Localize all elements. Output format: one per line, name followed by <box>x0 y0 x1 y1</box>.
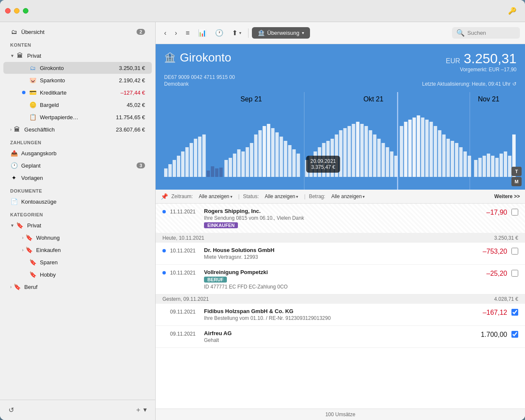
sidebar-item-girokonto[interactable]: 🗂 Girokonto 3.250,31 € <box>3 62 152 74</box>
betrag-select[interactable]: Alle anzeigen ▾ <box>329 192 367 201</box>
svg-rect-19 <box>233 154 236 177</box>
geschaeftlich-chevron: › <box>10 127 11 132</box>
sidebar-item-wertpapiere[interactable]: 📋 Wertpapierde… 11.754,65 € <box>3 111 152 123</box>
sidebar-item-geplant[interactable]: 🕐 Geplant 3 <box>3 160 152 171</box>
weitere-button[interactable]: Weitere >> <box>494 193 520 199</box>
sidebar-item-hobby[interactable]: 🔖 Hobby <box>3 269 152 280</box>
trans-amount: –753,20 <box>483 247 507 255</box>
svg-rect-74 <box>474 160 478 177</box>
table-row[interactable]: 09.11.2021 Fidibus Holzspan GmbH & Co. K… <box>156 304 525 326</box>
svg-rect-52 <box>377 139 381 177</box>
sidebar-item-bargeld[interactable]: 🪙 Bargeld 45,02 € <box>3 99 152 111</box>
toggle-t-button[interactable]: T <box>511 167 522 176</box>
chart-toggle: T M <box>511 167 522 186</box>
refresh-icon[interactable]: ↺ <box>512 81 517 87</box>
account-title: 🏦 Girokonto <box>164 51 231 64</box>
table-row[interactable]: 10.11.2021 Vollreinigung Pompetzki BERUF… <box>156 265 525 294</box>
sidebar-item-privat-kat[interactable]: ▼ 🔖 Privat <box>3 219 152 231</box>
svg-rect-71 <box>459 147 463 177</box>
share-button[interactable]: ⬆ ▾ <box>229 26 245 39</box>
trans-checkbox[interactable] <box>511 248 518 255</box>
trans-name: Rogers Shipping, Inc. <box>204 208 486 214</box>
account-balance: EUR 3.250,31 Vorgemerkt: EUR –17,90 <box>446 51 517 73</box>
svg-rect-18 <box>229 158 232 177</box>
vorlagen-label: Vorlagen <box>21 175 145 181</box>
svg-rect-82 <box>508 156 511 177</box>
sidebar-item-ausgangskorb[interactable]: 📤 Ausgangskorb <box>3 147 152 159</box>
svg-rect-48 <box>360 124 364 177</box>
sidebar-item-wohnung[interactable]: › 🔖 Wohnung <box>3 232 152 244</box>
vorgemerkt-label: Vorgemerkt: <box>460 67 488 73</box>
svg-rect-75 <box>478 158 482 177</box>
back-button[interactable]: ‹ <box>161 27 170 39</box>
trans-sub: Ihre Bestellung vom 01.10. / RE-Nr. 9123… <box>204 315 483 321</box>
vorgemerkt-value: –17,90 <box>501 67 517 73</box>
sidebar-item-beruf[interactable]: › 🔖 Beruf <box>3 281 152 293</box>
zeitraum-label: Zeitraum: <box>171 193 193 199</box>
svg-rect-7 <box>181 151 184 177</box>
zeitraum-select[interactable]: Alle anzeigen ▾ <box>196 192 235 201</box>
status-bar: 100 Umsätze <box>156 409 525 420</box>
svg-rect-39 <box>322 143 325 177</box>
trans-sub: Ihre Sendung 0815 vom 06.10., Vielen Dan… <box>204 215 486 221</box>
beruf-chevron: › <box>10 285 11 289</box>
sidebar-item-einkaufen[interactable]: › 🔖 Einkaufen <box>3 244 152 256</box>
svg-rect-53 <box>382 143 385 177</box>
trans-checkbox[interactable] <box>511 331 518 338</box>
minimize-button[interactable] <box>14 8 20 14</box>
refresh-button[interactable]: ↺ <box>5 404 17 416</box>
bargeld-icon: 🪙 <box>29 101 36 109</box>
ueberweisung-button[interactable]: 🏦 Überweisung ▾ <box>252 27 310 39</box>
sidebar-item-geschaeftlich[interactable]: › 🏛 Geschäftlich 23.607,66 € <box>3 123 152 135</box>
trans-checkbox[interactable] <box>511 209 518 216</box>
status-label: 100 Umsätze <box>325 412 355 417</box>
trans-checkbox[interactable] <box>511 270 518 277</box>
toggle-m-button[interactable]: M <box>511 177 522 186</box>
yesterday-date: Gestern, 09.11.2021 <box>162 296 209 302</box>
sidebar-item-sparkonto[interactable]: 🐷 Sparkonto 2.190,42 € <box>3 74 152 86</box>
sidebar-item-kontoauszuge[interactable]: 📄 Kontoauszüge <box>3 196 152 207</box>
privat-icon: 🏛 <box>16 52 24 59</box>
chart-label-sep21: Sep 21 <box>240 95 262 103</box>
add-button[interactable]: ＋ ▾ <box>131 404 150 416</box>
forward-button[interactable]: › <box>171 27 180 39</box>
svg-rect-55 <box>390 151 394 177</box>
vorgemerkt-currency: EUR <box>489 67 500 73</box>
history-button[interactable]: 🕐 <box>212 26 227 39</box>
status-select[interactable]: Alle anzeigen ▾ <box>262 192 301 201</box>
sidebar-item-sparen[interactable]: 🔖 Sparen <box>3 256 152 268</box>
trans-checkbox[interactable] <box>511 309 518 316</box>
sidebar-item-privat[interactable]: ▼ 🏛 Privat <box>3 50 152 62</box>
trans-date: 09.11.2021 <box>170 330 204 337</box>
trans-info: Airfreu AG Gehalt <box>204 330 481 343</box>
table-row[interactable]: 11.11.2021 Rogers Shipping, Inc. Ihre Se… <box>156 204 525 233</box>
sidebar-item-ubersicht[interactable]: 🗂 Übersicht 2 <box>3 26 152 38</box>
status-label: Status: <box>243 193 259 199</box>
trans-name: Dr. House Solutions GmbH <box>204 247 483 253</box>
svg-rect-56 <box>394 156 398 177</box>
svg-rect-67 <box>442 134 446 177</box>
trans-category: BERUF <box>204 277 227 283</box>
ubersicht-badge: 2 <box>137 29 145 35</box>
ubersicht-icon: 🗂 <box>10 28 18 36</box>
svg-rect-66 <box>438 130 441 177</box>
account-iban-bank: DE67 9009 0042 4711 9515 00 Demobank <box>164 74 235 87</box>
svg-rect-60 <box>413 118 416 177</box>
table-row[interactable]: 09.11.2021 Airfreu AG Gehalt 1.700,00 <box>156 326 525 348</box>
svg-rect-30 <box>279 137 283 177</box>
main-layout: 🗂 Übersicht 2 Konten ▼ 🏛 Privat 🗂 Giroko… <box>0 22 525 420</box>
toolbar-divider <box>248 28 249 38</box>
trans-date: 10.11.2021 <box>170 247 204 254</box>
sidebar-item-kreditkarte[interactable]: 💳 Kreditkarte –127,44 € <box>3 87 152 98</box>
chart-label-nov21: Nov 21 <box>478 95 500 103</box>
close-button[interactable] <box>5 8 11 14</box>
search-input[interactable] <box>467 30 516 36</box>
sidebar-item-vorlagen[interactable]: ✦ Vorlagen <box>3 172 152 184</box>
table-row[interactable]: 10.11.2021 Dr. House Solutions GmbH Miet… <box>156 243 525 265</box>
maximize-button[interactable] <box>23 8 28 14</box>
svg-rect-40 <box>326 141 330 177</box>
chart-view-button[interactable]: 📊 <box>195 26 210 39</box>
list-view-button[interactable]: ≡ <box>182 27 193 39</box>
svg-rect-77 <box>487 154 490 177</box>
account-bank: Demobank <box>164 81 235 87</box>
